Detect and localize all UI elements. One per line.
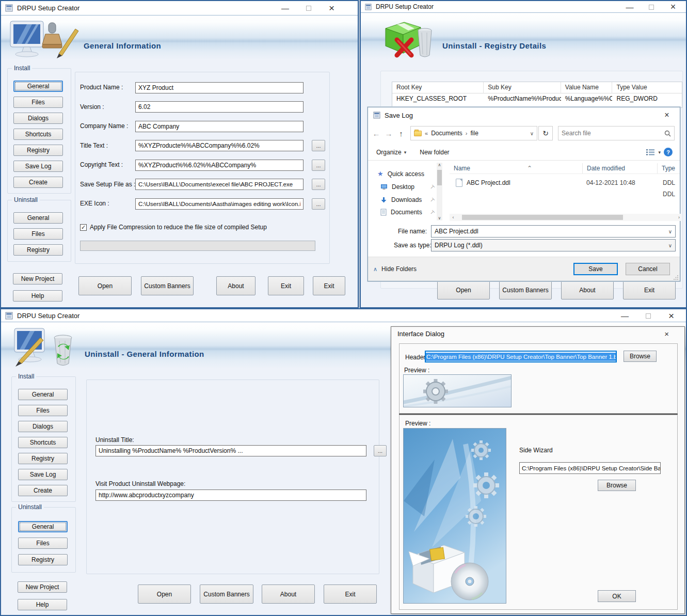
browse-button[interactable]: Browse	[624, 351, 657, 362]
close-icon[interactable]: ×	[664, 329, 678, 338]
registry-table[interactable]: Root Key Sub Key Value Name Type Value H…	[392, 82, 682, 108]
side-banner-path-field[interactable]: C:\Program Files (x86)\DRPU Setup Creato…	[519, 462, 661, 474]
dialog-titlebar[interactable]: Interface Dialog ×	[391, 327, 684, 341]
chevron-down-icon[interactable]: ∨	[668, 229, 672, 234]
exe-icon-browse-button[interactable]: ...	[312, 198, 325, 210]
refresh-icon[interactable]: ↻	[538, 126, 553, 140]
column-date-modified[interactable]: Date modified	[583, 163, 658, 173]
hide-folders-button[interactable]: ∧ Hide Folders	[373, 265, 417, 273]
view-list-icon[interactable]	[646, 149, 655, 156]
close-icon[interactable]: ×	[320, 3, 343, 13]
search-input[interactable]	[562, 130, 664, 137]
scroll-up-icon[interactable]: ∧	[437, 163, 442, 167]
close-icon[interactable]: ×	[659, 110, 675, 120]
forward-icon[interactable]: →	[382, 129, 395, 138]
sidebar-item-general[interactable]: General	[13, 81, 63, 92]
column-name[interactable]: Name⌃	[450, 163, 583, 173]
file-row[interactable]: DDL	[456, 189, 680, 199]
help-icon[interactable]: ?	[664, 148, 673, 156]
file-name-combo[interactable]: ABC Project.ddl ∨	[431, 225, 676, 238]
sidebar-item-save-log[interactable]: Save Log	[13, 161, 63, 172]
sidebar-item-shortcuts[interactable]: Shortcuts	[13, 129, 63, 140]
custom-banners-button[interactable]: Custom Banners	[499, 280, 552, 299]
exit-button[interactable]: Exit	[324, 585, 377, 604]
maximize-icon[interactable]	[641, 3, 662, 11]
chevron-down-icon[interactable]: ∨	[668, 243, 672, 248]
sidebar-item-uninstall-files[interactable]: Files	[13, 228, 63, 240]
table-row[interactable]: HKEY_CLASSES_ROOT %ProductName%%Product.…	[392, 93, 682, 105]
save-type-combo[interactable]: DRPU Log (*.ddl) ∨	[431, 239, 676, 251]
close-icon[interactable]: ×	[660, 311, 683, 321]
title-text-browse-button[interactable]: ...	[312, 140, 325, 151]
sidebar-item-dialogs[interactable]: Dialogs	[13, 113, 63, 124]
uninstall-title-field[interactable]	[95, 445, 366, 456]
search-box[interactable]	[558, 126, 675, 140]
sidebar-item-uninstall-registry[interactable]: Registry	[18, 554, 68, 565]
custom-banners-button[interactable]: Custom Banners	[200, 585, 253, 604]
sidebar-item-uninstall-files[interactable]: Files	[18, 538, 68, 549]
minimize-icon[interactable]: —	[274, 4, 297, 12]
nav-quick-access[interactable]: ★ Quick access	[377, 170, 424, 178]
exit-button[interactable]: Exit	[268, 276, 304, 295]
browse-side-button[interactable]: Browse	[598, 480, 636, 491]
save-button[interactable]: Save	[573, 263, 618, 275]
dialog-titlebar[interactable]: Save Log ×	[368, 107, 680, 123]
copyright-text-field[interactable]	[135, 160, 303, 171]
sidebar-item-files[interactable]: Files	[13, 97, 63, 108]
breadcrumb-back-chevron[interactable]: «	[425, 130, 428, 136]
about-button[interactable]: About	[262, 585, 315, 604]
maximize-icon[interactable]	[297, 4, 320, 12]
sidebar-item-uninstall-registry[interactable]: Registry	[13, 244, 63, 256]
sidebar-item-files[interactable]: Files	[18, 405, 68, 416]
titlebar[interactable]: DRPU Setup Creator — ×	[1, 309, 686, 322]
sidebar-item-general[interactable]: General	[18, 389, 68, 400]
breadcrumb[interactable]: « Documents › file ∨	[410, 126, 537, 140]
chevron-down-icon[interactable]: ∨	[530, 131, 534, 136]
open-button[interactable]: Open	[78, 276, 132, 295]
up-icon[interactable]: ↑	[395, 129, 407, 138]
sidebar-item-create[interactable]: Create	[18, 485, 68, 496]
column-sub-key[interactable]: Sub Key	[484, 82, 561, 93]
sidebar-item-shortcuts[interactable]: Shortcuts	[18, 437, 68, 448]
product-name-field[interactable]	[135, 82, 303, 93]
sidebar-item-registry[interactable]: Registry	[13, 145, 63, 156]
scroll-down-icon[interactable]: ∨	[437, 216, 442, 220]
resize-grip[interactable]	[674, 275, 679, 280]
open-button[interactable]: Open	[437, 280, 490, 299]
nav-scrollbar[interactable]: ∧ ∨	[437, 163, 442, 220]
version-field[interactable]	[135, 101, 303, 113]
title-text-field[interactable]	[135, 140, 303, 151]
column-value-name[interactable]: Value Name	[561, 82, 613, 93]
file-row[interactable]: ABC Project.ddl 04-12-2021 10:48 DDL	[456, 178, 680, 188]
column-type-value[interactable]: Type Value	[612, 82, 682, 93]
back-icon[interactable]: ←	[370, 129, 382, 138]
scroll-right-icon[interactable]: ›	[678, 215, 680, 220]
open-button[interactable]: Open	[138, 585, 191, 604]
nav-documents[interactable]: Documents ⊤	[380, 209, 422, 216]
compression-checkbox-row[interactable]: ✓ Apply File Compression to reduce the f…	[80, 224, 267, 231]
scroll-thumb[interactable]	[462, 215, 623, 220]
breadcrumb-documents[interactable]: Documents	[431, 130, 462, 137]
close-icon[interactable]: ×	[662, 2, 684, 11]
about-button[interactable]: About	[561, 280, 614, 299]
breadcrumb-file[interactable]: file	[471, 130, 478, 137]
sidebar-item-uninstall-general[interactable]: General	[13, 212, 63, 224]
column-root-key[interactable]: Root Key	[392, 82, 484, 93]
column-type[interactable]: Type	[658, 163, 678, 173]
help-button[interactable]: Help	[18, 599, 67, 610]
sidebar-item-save-log[interactable]: Save Log	[18, 469, 68, 480]
nav-downloads[interactable]: Downloads ⊤	[380, 196, 422, 203]
sidebar-item-registry[interactable]: Registry	[18, 453, 68, 464]
copyright-text-browse-button[interactable]: ...	[312, 160, 325, 171]
chevron-down-icon[interactable]: ▾	[658, 150, 661, 155]
maximize-icon[interactable]	[636, 312, 660, 320]
custom-banners-button[interactable]: Custom Banners	[141, 276, 194, 295]
sidebar-item-dialogs[interactable]: Dialogs	[18, 421, 68, 432]
exe-icon-field[interactable]	[135, 198, 303, 210]
scroll-left-icon[interactable]: ‹	[450, 215, 457, 220]
scroll-thumb[interactable]	[437, 170, 442, 185]
new-folder-button[interactable]: New folder	[420, 149, 449, 156]
uninstall-title-browse-button[interactable]: ...	[374, 445, 387, 456]
exit-button-2[interactable]: Exit	[313, 276, 345, 295]
header-path-field[interactable]: C:\Program Files (x86)\DRPU Setup Creato…	[425, 351, 617, 362]
